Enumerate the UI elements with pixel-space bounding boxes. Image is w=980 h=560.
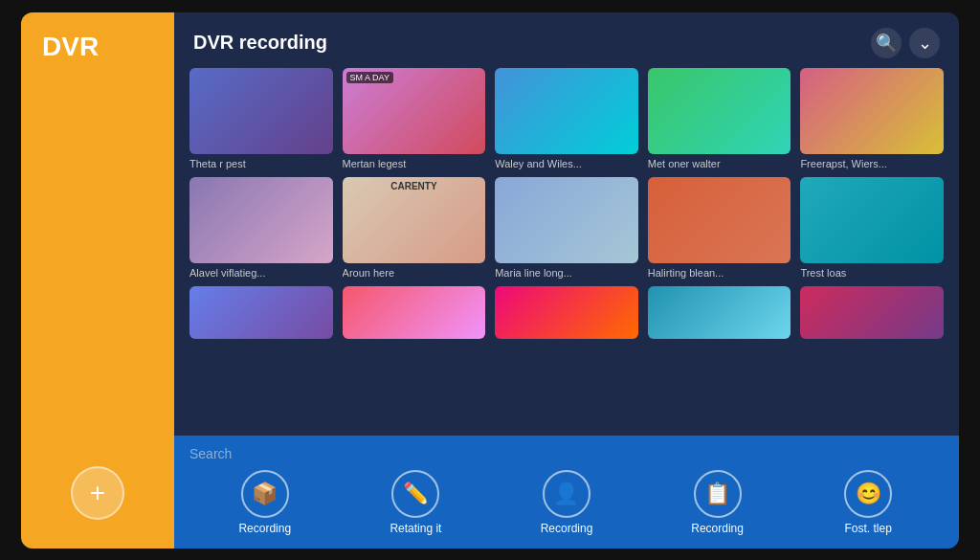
search-placeholder: Search: [189, 446, 232, 461]
thumbnail: [800, 68, 944, 154]
nav-label-4: Recording: [691, 522, 744, 535]
nav-item-recording-3[interactable]: 📋 Recording: [675, 470, 761, 535]
grid-area: Theta r pest SM A DAY Mertan legest Wale…: [174, 68, 959, 436]
partial-thumbnail: [648, 286, 791, 339]
thumbnail: [648, 68, 791, 154]
list-item[interactable]: Maria line long...: [495, 177, 638, 279]
list-item[interactable]: Met oner walter: [648, 68, 791, 169]
list-item[interactable]: CARENTY Aroun here: [343, 177, 486, 279]
partial-thumbnail: [189, 286, 333, 339]
nav-label-2: Retating it: [390, 522, 441, 535]
nav-item-recording-2[interactable]: 👤 Recording: [523, 470, 610, 535]
main-header: DVR recording 🔍 ⌄: [174, 12, 959, 68]
item-label: Theta r pest: [189, 158, 333, 169]
recording-icon-3: 📋: [694, 470, 742, 518]
page-title: DVR recording: [193, 32, 327, 54]
thumbnail: CARENTY: [343, 177, 486, 263]
thumbnail: [495, 177, 638, 263]
chevron-button[interactable]: ⌄: [909, 28, 940, 58]
nav-item-retating[interactable]: ✏️ Retating it: [372, 470, 458, 535]
nav-item-fost[interactable]: 😊 Fost. tlep: [825, 470, 911, 535]
list-item[interactable]: Theta r pest: [189, 68, 333, 169]
item-label: Halirting blean...: [648, 267, 791, 279]
grid-row-2: Alavel viflatieg... CARENTY Aroun here M…: [189, 177, 944, 279]
tv-frame: DVR + DVR recording 🔍 ⌄: [21, 12, 959, 549]
nav-label-1: Recording: [238, 522, 291, 535]
thumbnail: [189, 68, 333, 154]
header-icons: 🔍 ⌄: [871, 28, 940, 58]
sidebar-title: DVR: [21, 32, 99, 62]
sidebar: DVR +: [21, 12, 174, 549]
nav-label-5: Fost. tlep: [844, 522, 891, 535]
nav-item-recording-1[interactable]: 📦 Recording: [222, 470, 308, 535]
item-label: Maria line long...: [495, 267, 638, 279]
search-button[interactable]: 🔍: [871, 28, 902, 58]
thumbnail: SM A DAY: [343, 68, 486, 154]
bottom-bar: Search 📦 Recording ✏️ Retating it 👤 Reco…: [174, 436, 959, 549]
recording-icon-2: 👤: [543, 470, 590, 518]
list-item[interactable]: Alavel viflatieg...: [189, 177, 333, 279]
partial-thumbnail: [495, 286, 638, 339]
partial-row: [189, 286, 944, 339]
nav-label-3: Recording: [541, 522, 593, 535]
thumbnail: [648, 177, 791, 263]
add-button[interactable]: +: [71, 466, 124, 520]
main-content: DVR recording 🔍 ⌄ Theta r pest: [174, 12, 959, 549]
item-label: Freerapst, Wiers...: [800, 158, 944, 169]
list-item[interactable]: SM A DAY Mertan legest: [343, 68, 486, 169]
item-label: Aroun here: [343, 267, 486, 279]
item-label: Trest loas: [800, 267, 944, 279]
fost-icon: 😊: [844, 470, 892, 518]
chevron-down-icon: ⌄: [918, 33, 932, 54]
retating-icon: ✏️: [391, 470, 439, 518]
recording-icon-1: 📦: [241, 470, 289, 518]
thumbnail: [800, 177, 944, 263]
plus-icon: +: [90, 478, 105, 508]
list-item[interactable]: Trest loas: [800, 177, 944, 279]
search-row: Search: [189, 445, 944, 462]
partial-thumbnail: [343, 286, 486, 339]
thumbnail: [189, 177, 333, 263]
search-icon: 🔍: [876, 33, 897, 54]
item-label: Waley and Wiles...: [495, 158, 638, 169]
list-item[interactable]: Waley and Wiles...: [495, 68, 638, 169]
list-item[interactable]: Freerapst, Wiers...: [800, 68, 944, 169]
item-label: Alavel viflatieg...: [189, 267, 333, 279]
bottom-nav: 📦 Recording ✏️ Retating it 👤 Recording 📋…: [189, 470, 944, 535]
partial-thumbnail: [800, 286, 944, 339]
item-label: Mertan legest: [343, 158, 486, 169]
thumbnail: [495, 68, 638, 154]
list-item[interactable]: Halirting blean...: [648, 177, 791, 279]
item-label: Met oner walter: [648, 158, 791, 169]
grid-row-1: Theta r pest SM A DAY Mertan legest Wale…: [189, 68, 944, 169]
